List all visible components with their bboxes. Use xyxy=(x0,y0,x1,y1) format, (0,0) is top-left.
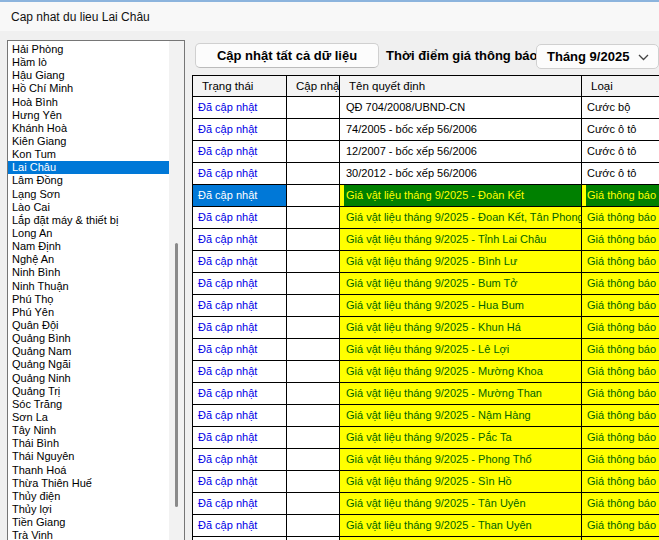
province-item[interactable]: Trà Vinh xyxy=(8,529,169,540)
column-header-decision-name[interactable]: Tên quyết định xyxy=(340,76,582,96)
update-cell[interactable] xyxy=(287,383,340,404)
decision-name-cell[interactable]: Giá vật liệu tháng 9/2025 - Bum Tở xyxy=(340,273,582,294)
province-item[interactable]: Ninh Bình xyxy=(8,266,169,279)
province-item[interactable]: Thái Nguyên xyxy=(8,450,169,463)
decision-name-cell[interactable]: QĐ 704/2008/UBND-CN xyxy=(340,97,582,118)
status-cell[interactable]: Đã cập nhật xyxy=(193,383,287,404)
status-cell[interactable]: Đã cập nhật xyxy=(193,515,287,536)
status-cell[interactable]: Đã cập nhật xyxy=(193,207,287,228)
status-cell[interactable]: Đã cập nhật xyxy=(193,493,287,514)
province-item[interactable]: Nam Định xyxy=(8,240,169,253)
listbox-scrollbar-thumb[interactable] xyxy=(175,243,178,507)
type-cell[interactable]: Giá thông báo xyxy=(582,295,659,316)
province-item[interactable]: Thủy lợi xyxy=(8,503,169,516)
province-item[interactable]: Kon Tum xyxy=(8,148,169,161)
status-cell[interactable]: Đã cập nhật xyxy=(193,339,287,360)
province-item[interactable]: Hưng Yên xyxy=(8,109,169,122)
status-cell[interactable]: Đã cập nhật xyxy=(193,229,287,250)
province-item[interactable]: Thái Bình xyxy=(8,437,169,450)
province-item[interactable]: Hoà Bình xyxy=(8,96,169,109)
decision-name-cell[interactable]: Giá vật liệu tháng 9/2025 - Pắc Ta xyxy=(340,427,582,448)
province-item[interactable]: Long An xyxy=(8,227,169,240)
update-cell[interactable] xyxy=(287,97,340,118)
province-item[interactable]: Hầm lò xyxy=(8,56,169,69)
decision-name-cell[interactable]: Giá vật liệu tháng 9/2025 - Sìn Hồ xyxy=(340,471,582,492)
update-cell[interactable] xyxy=(287,471,340,492)
status-cell[interactable]: Đã cập nhật xyxy=(193,163,287,184)
decision-name-cell[interactable]: Giá vật liệu tháng 9/2025 - Mường Than xyxy=(340,383,582,404)
type-cell[interactable]: Giá thông báo xyxy=(582,339,659,360)
province-item[interactable]: Quảng Trị xyxy=(8,385,169,398)
type-cell[interactable]: Giá thông báo xyxy=(582,405,659,426)
status-cell[interactable]: Đã cập nhật xyxy=(193,251,287,272)
type-cell[interactable]: Giá thông báo xyxy=(582,383,659,404)
status-cell[interactable]: Đã cập nhật xyxy=(193,185,287,206)
type-cell[interactable]: Giá thông báo xyxy=(582,229,659,250)
update-cell[interactable] xyxy=(287,141,340,162)
update-all-button[interactable]: Cập nhật tất cả dữ liệu xyxy=(195,43,379,68)
decision-name-cell[interactable]: Giá vật liệu tháng 9/2025 - Đoan Kết, Tâ… xyxy=(340,207,582,228)
type-cell[interactable]: Giá thông báo xyxy=(582,207,659,228)
province-item[interactable]: Ninh Thuận xyxy=(8,280,169,293)
province-item[interactable]: Hậu Giang xyxy=(8,69,169,82)
type-cell[interactable]: Cước bộ xyxy=(582,97,659,118)
decision-name-cell[interactable]: Giá vật liệu tháng 9/2025 - Mường Khoa xyxy=(340,361,582,382)
update-cell[interactable] xyxy=(287,273,340,294)
decision-name-cell[interactable]: Giá vật liệu tháng 9/2025 - Tân Uyên xyxy=(340,493,582,514)
province-item[interactable]: Hồ Chí Minh xyxy=(8,82,169,95)
status-cell[interactable]: Đã cập nhật xyxy=(193,97,287,118)
column-header-update[interactable]: Cập nhật xyxy=(287,76,340,96)
type-cell[interactable]: Giá thông báo xyxy=(582,449,659,470)
status-cell[interactable]: Đã cập nhật xyxy=(193,295,287,316)
province-item[interactable]: Lạng Sơn xyxy=(8,188,169,201)
column-header-status[interactable]: Trạng thái xyxy=(193,76,287,96)
decision-name-cell[interactable]: Giá vật liệu tháng 9/2025 - Lê Lợi xyxy=(340,339,582,360)
status-cell[interactable]: Đã cập nhật xyxy=(193,273,287,294)
update-cell[interactable] xyxy=(287,493,340,514)
type-cell[interactable]: Cước ô tô xyxy=(582,119,659,140)
update-cell[interactable] xyxy=(287,185,340,206)
province-item[interactable]: Quảng Nam xyxy=(8,345,169,358)
status-cell[interactable]: Đã cập nhật xyxy=(193,119,287,140)
status-cell[interactable]: Đã cập nhật xyxy=(193,449,287,470)
decision-name-cell[interactable]: Giá vật liệu tháng 9/2025 - Phong Thổ xyxy=(340,449,582,470)
province-item[interactable]: Phú Thọ xyxy=(8,293,169,306)
province-item[interactable]: Phú Yên xyxy=(8,306,169,319)
province-item[interactable]: Quảng Ninh xyxy=(8,372,169,385)
update-cell[interactable] xyxy=(287,207,340,228)
province-item[interactable]: Kiên Giang xyxy=(8,135,169,148)
status-cell[interactable]: Đã cập nhật xyxy=(193,141,287,162)
province-item[interactable]: Hải Phòng xyxy=(8,43,169,56)
province-item[interactable]: Thanh Hoá xyxy=(8,464,169,477)
decision-name-cell[interactable]: Giá vật liệu tháng 9/2025 - Than Uyên xyxy=(340,515,582,536)
province-item[interactable]: Lai Châu xyxy=(8,161,169,174)
update-cell[interactable] xyxy=(287,405,340,426)
decision-name-cell[interactable]: Giá vật liệu tháng 9/2025 - Hua Bum xyxy=(340,295,582,316)
type-cell[interactable]: Giá thông báo xyxy=(582,251,659,272)
update-cell[interactable] xyxy=(287,515,340,536)
period-combobox[interactable]: Tháng 9/2025 xyxy=(536,44,659,69)
decision-name-cell[interactable]: Giá vật liệu tháng 9/2025 - Tỉnh Lai Châ… xyxy=(340,229,582,250)
update-cell[interactable] xyxy=(287,317,340,338)
titlebar[interactable]: Cap nhat du lieu Lai Châu xyxy=(0,2,659,31)
province-item[interactable]: Lâm Đồng xyxy=(8,174,169,187)
type-cell[interactable]: Giá thông báo xyxy=(582,471,659,492)
decision-name-cell[interactable]: Giá vật liệu tháng 9/2025 - Bình Lư xyxy=(340,251,582,272)
province-item[interactable]: Sơn La xyxy=(8,411,169,424)
decision-name-cell[interactable]: Giá vật liệu tháng 9/2025 - Khun Há xyxy=(340,317,582,338)
update-cell[interactable] xyxy=(287,361,340,382)
type-cell[interactable]: Giá thông báo xyxy=(582,493,659,514)
update-cell[interactable] xyxy=(287,119,340,140)
status-cell[interactable]: Đã cập nhật xyxy=(193,405,287,426)
decision-name-cell[interactable]: Giá vật liệu tháng 9/2025 - Nậm Hàng xyxy=(340,405,582,426)
status-cell[interactable]: Đã cập nhật xyxy=(193,427,287,448)
update-cell[interactable] xyxy=(287,427,340,448)
update-cell[interactable] xyxy=(287,251,340,272)
decision-name-cell[interactable]: 30/2012 - bốc xếp 56/2006 xyxy=(340,163,582,184)
status-cell[interactable]: Đã cập nhật xyxy=(193,317,287,338)
status-cell[interactable]: Đã cập nhật xyxy=(193,471,287,492)
province-item[interactable]: Lắp đặt máy & thiết bị xyxy=(8,214,169,227)
province-item[interactable]: Lào Cai xyxy=(8,201,169,214)
update-cell[interactable] xyxy=(287,295,340,316)
province-item[interactable]: Quân Đội xyxy=(8,319,169,332)
